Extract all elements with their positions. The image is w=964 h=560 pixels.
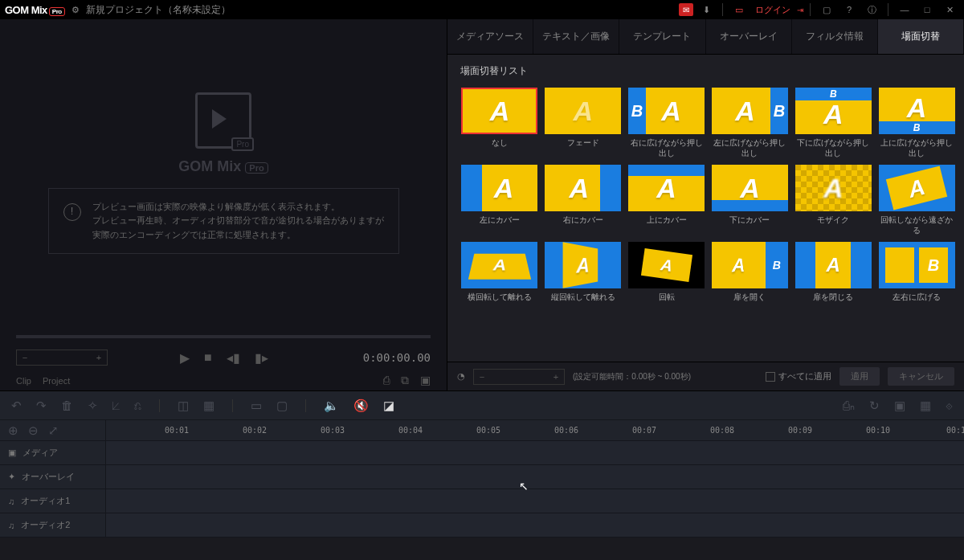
zoom-in-icon[interactable]: + (91, 353, 107, 362)
transition-item[interactable]: A回転 (627, 242, 706, 313)
refresh-icon[interactable]: ↻ (869, 399, 880, 413)
login-link[interactable]: ログイン (755, 4, 790, 16)
timecode: 0:00:00.00 (363, 351, 431, 364)
zoom-out-icon[interactable]: − (17, 353, 33, 362)
fit-timeline-icon[interactable]: ⤢ (48, 423, 59, 438)
transition-item[interactable]: A横回転して離れる (460, 242, 539, 313)
project-tab[interactable]: Project (43, 376, 70, 386)
gear-icon[interactable]: ⚙ (71, 5, 80, 15)
preview-brand: GOM Mix Pro (178, 158, 268, 175)
split-icon[interactable]: ⎌ (134, 399, 141, 412)
transition-item[interactable]: A上にカバー (627, 165, 706, 235)
notification-icon[interactable]: ✉ (679, 3, 693, 16)
close-button[interactable]: ✕ (940, 2, 959, 18)
mute-icon[interactable]: 🔇 (353, 399, 369, 413)
snapshot-icon[interactable]: ⎙ (383, 374, 390, 387)
cancel-button[interactable]: キャンセル (888, 367, 954, 386)
clip-tab[interactable]: Clip (16, 376, 31, 386)
duration-control[interactable]: − + (473, 369, 565, 385)
marker-icon[interactable]: ⎙ₙ (843, 399, 855, 413)
transition-label: 扉を開く (733, 292, 766, 313)
ruler-mark: 00:08 (710, 426, 734, 435)
transition-label: なし (492, 137, 508, 158)
zoom-out-timeline-icon[interactable]: ⊖ (28, 423, 39, 438)
stop-button[interactable]: ■ (204, 350, 212, 366)
transition-item[interactable]: BA下に広げながら押し出し (794, 88, 872, 158)
preview-pane: GOM Mix Pro ! プレビュー画面は実際の映像より解像度が低く表示されま… (0, 19, 447, 390)
settings-icon[interactable]: ▦ (920, 399, 931, 413)
video-icon[interactable]: ▭ (251, 399, 262, 413)
prev-frame-button[interactable]: ◂▮ (227, 350, 240, 366)
aspect-icon[interactable]: ▣ (420, 374, 431, 387)
transition-item[interactable]: Aなし (460, 88, 539, 158)
overlay-tool-icon[interactable]: ◪ (383, 399, 394, 413)
user-icon[interactable]: ▭ (729, 2, 749, 18)
ruler-mark: 00:05 (476, 426, 500, 435)
transition-label: 左右に広げる (893, 292, 941, 313)
audio-icon[interactable]: 🔈 (324, 399, 339, 413)
maximize-button[interactable]: □ (917, 2, 937, 18)
transition-item[interactable]: BA右に広げながら押し出し (627, 88, 706, 158)
transition-item[interactable]: AB左に広げながら押し出し (711, 88, 790, 158)
screen-icon[interactable]: ▢ (817, 2, 836, 18)
zoom-control[interactable]: − + (16, 349, 108, 366)
transition-item[interactable]: A扉を閉じる (794, 242, 872, 313)
tab-5[interactable]: 場面切替 (878, 19, 964, 54)
preview-placeholder-icon (195, 92, 251, 149)
crop-icon[interactable]: ⧉ (401, 374, 409, 387)
transition-item[interactable]: AB上に広げながら押し出し (877, 88, 956, 158)
cut-icon[interactable]: ⟀ (112, 399, 120, 412)
timeline: ↶ ↷ 🗑 ✧ ⟀ ⎌ ◫ ▦ ▭ ▢ 🔈 🔇 ◪ ⎙ₙ ↻ ▣ ▦ ⟐ ⊕ ⊖… (0, 390, 964, 538)
transition-item[interactable]: A回転しながら遠ざかる (877, 165, 956, 235)
play-button[interactable]: ▶ (180, 350, 190, 366)
next-frame-button[interactable]: ▮▸ (255, 350, 268, 366)
transition-item[interactable]: A下にカバー (711, 165, 790, 235)
transition-item[interactable]: B左右に広げる (877, 242, 956, 313)
tab-3[interactable]: オーバーレイ (706, 19, 792, 54)
group-icon[interactable]: ▦ (203, 399, 214, 413)
transition-item[interactable]: A縦回転して離れる (544, 242, 623, 313)
transition-item[interactable]: A左にカバー (460, 165, 539, 235)
help-icon[interactable]: ? (839, 2, 859, 18)
track-label: オーディオ2 (21, 519, 70, 531)
apply-button[interactable]: 適用 (839, 367, 880, 386)
duration-plus-icon[interactable]: + (548, 372, 564, 382)
undo-icon[interactable]: ↶ (11, 399, 22, 413)
ruler-mark: 00:02 (243, 426, 267, 435)
fx-icon[interactable]: ✧ (88, 399, 98, 413)
export-icon[interactable]: ▣ (894, 399, 905, 413)
timeline-ruler[interactable]: 00:0100:0200:0300:0400:0500:0600:0700:08… (106, 420, 964, 440)
redo-icon[interactable]: ↷ (36, 399, 47, 413)
delete-icon[interactable]: 🗑 (61, 399, 73, 412)
timeline-track[interactable]: ▣メディア (0, 441, 964, 465)
timeline-track[interactable]: ♫オーディオ1 (0, 489, 964, 513)
apply-all-checkbox[interactable]: すべてに適用 (766, 370, 831, 382)
zoom-in-timeline-icon[interactable]: ⊕ (8, 423, 18, 438)
info-icon[interactable]: ⓘ (862, 2, 881, 18)
info-circle-icon: ! (63, 203, 81, 221)
transition-item[interactable]: Aフェード (544, 88, 623, 158)
tab-4[interactable]: フィルタ情報 (792, 19, 878, 54)
tab-0[interactable]: メディアソース (447, 19, 533, 54)
track-type-icon: ▣ (8, 448, 16, 458)
minimize-button[interactable]: — (895, 2, 914, 18)
track-type-icon: ♫ (8, 521, 14, 530)
transition-label: 扉を閉じる (813, 292, 853, 313)
tab-2[interactable]: テンプレート (619, 19, 705, 54)
duration-minus-icon[interactable]: − (474, 372, 490, 382)
tab-1[interactable]: テキスト／画像 (533, 19, 619, 54)
timeline-track[interactable]: ✦オーバーレイ (0, 465, 964, 489)
seek-bar[interactable] (16, 335, 431, 338)
transition-item[interactable]: AB扉を開く (711, 242, 790, 313)
ruler-mark: 00:1 (946, 426, 964, 435)
download-icon[interactable]: ⬇ (696, 2, 716, 18)
image-icon[interactable]: ▢ (276, 399, 288, 413)
transition-item[interactable]: A右にカバー (544, 165, 623, 235)
crop-tool-icon[interactable]: ◫ (178, 399, 189, 413)
ruler-mark: 00:10 (866, 426, 890, 435)
titlebar: GOM MixPro ⚙ 新規プロジェクト（名称未設定） ✉ ⬇ ▭ ログイン … (0, 0, 964, 19)
transition-label: 左にカバー (480, 215, 520, 235)
transition-item[interactable]: Aモザイク (794, 165, 872, 235)
render-icon[interactable]: ⟐ (946, 399, 953, 412)
timeline-track[interactable]: ♫オーディオ2 (0, 513, 964, 538)
